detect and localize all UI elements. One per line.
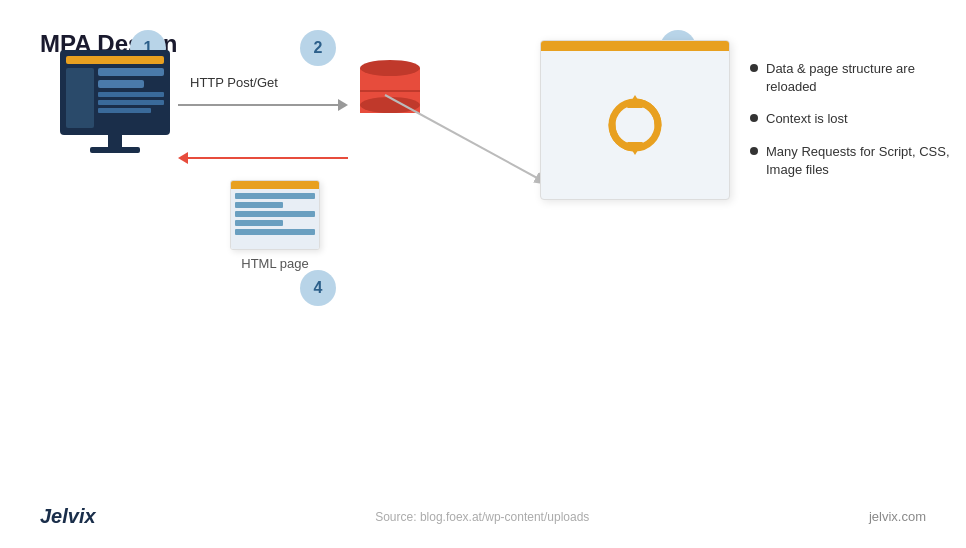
svg-line-0 — [385, 95, 550, 185]
db-to-browser-line — [385, 95, 565, 205]
slide: MPA Design 1 2 3 4 — [0, 0, 966, 548]
refresh-icon — [600, 90, 670, 160]
footer-source: Source: blog.foex.at/wp-content/uploads — [375, 510, 589, 524]
response-arrow — [178, 148, 348, 168]
bullet-3: Many Requests for Script, CSS, Image fil… — [750, 143, 950, 179]
page-title: MPA Design — [40, 30, 926, 58]
footer-logo: Jelvix — [40, 505, 96, 528]
bullet-dot-2 — [750, 114, 758, 122]
html-page-label: HTML page — [241, 256, 308, 271]
footer-url: jelvix.com — [869, 509, 926, 524]
browser-icon — [540, 40, 730, 200]
http-label: HTTP Post/Get — [190, 75, 278, 90]
bullet-dot-1 — [750, 64, 758, 72]
monitor-icon — [60, 50, 170, 153]
bullet-2: Context is lost — [750, 110, 950, 128]
http-arrow — [178, 95, 348, 115]
html-page-icon: HTML page — [230, 180, 320, 271]
step-2-circle: 2 — [300, 30, 336, 66]
bullet-1: Data & page structure are reloaded — [750, 60, 950, 96]
bullet-dot-3 — [750, 147, 758, 155]
step-4-circle: 4 — [300, 270, 336, 306]
footer: Jelvix Source: blog.foex.at/wp-content/u… — [0, 505, 966, 528]
bullets-list: Data & page structure are reloaded Conte… — [750, 60, 950, 193]
